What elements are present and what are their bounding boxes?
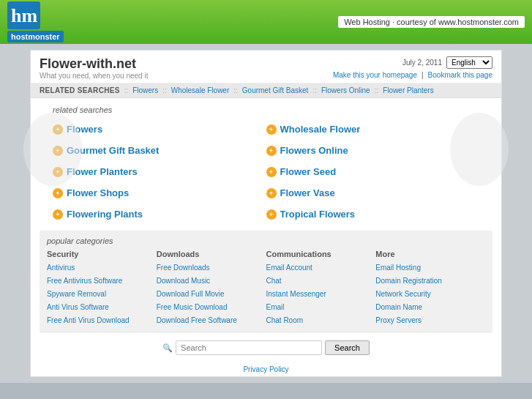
pop-link-chatroom[interactable]: Chat Room [266,314,376,327]
pop-link-free-antivirus-dl[interactable]: Free Anti Virus Download [47,314,157,327]
list-item: + Tropical Flowers [266,205,480,223]
header-tagline: Web Hosting · courtesy of www.hostmonste… [338,16,525,28]
list-item: + Flower Shops [53,184,266,202]
date-display: July 2, 2011 [402,59,442,67]
pop-link-antivirus-sw[interactable]: Anti Virus Software [47,301,157,314]
main-search-input[interactable] [176,340,322,355]
pop-link-email[interactable]: Email [266,301,376,314]
related-link-planters[interactable]: Flower Planters [383,86,433,94]
search-grid-title: related searches [53,105,479,114]
list-item: + Flowers [53,120,266,138]
popular-title: popular categories [47,236,485,245]
search-link-shops[interactable]: Flower Shops [67,187,129,198]
search-col-right: + Wholesale Flower + Flowers Online + Fl… [266,120,480,223]
content-top-bar: Flower-with.net What you need, when you … [31,51,501,83]
top-right-area: July 2, 2011 English Spanish French Make… [333,56,492,79]
pop-link-proxy[interactable]: Proxy Servers [375,314,485,327]
logo-text: hostmonster [7,31,64,42]
pop-col-comms: Communications Email Account Chat Instan… [266,250,376,327]
pop-col-title-more: More [375,250,485,258]
pop-link-email-account[interactable]: Email Account [266,261,376,275]
pop-link-dl-software[interactable]: Download Free Software [157,314,266,327]
pop-link-domain-name[interactable]: Domain Name [375,301,485,314]
search-link-seed[interactable]: Flower Seed [280,166,337,177]
bookmark-link[interactable]: Bookmark this page [428,71,492,79]
search-col-left: + Flowers + Gourmet Gift Basket + Flower… [53,120,266,223]
search-link-flowering[interactable]: Flowering Plants [67,209,143,220]
language-select[interactable]: English Spanish French [446,56,492,69]
related-searches-bar: RELATED SEARCHES :: Flowers :: Wholesale… [31,83,501,98]
pop-col-title-downloads: Downloads [157,250,266,258]
popular-cols: Security Antivirus Free Antivirus Softwa… [47,250,485,327]
search-item-icon: + [266,167,277,177]
pop-link-dl-music[interactable]: Download Music [157,275,266,288]
search-grid-inner: related searches + Flowers + Gourmet Gif… [53,105,479,223]
site-info: Flower-with.net What you need, when you … [40,56,148,80]
search-box-wrapper: 🔍 Search [162,340,370,355]
search-item-icon: + [53,188,63,198]
search-bottom: 🔍 Search [31,333,501,362]
pop-link-im[interactable]: Instant Messenger [266,288,376,301]
search-link-vase[interactable]: Flower Vase [280,187,335,198]
make-homepage-link[interactable]: Make this your homepage [333,71,417,79]
related-link-gourmet[interactable]: Gourmet Gift Basket [242,86,309,94]
site-title: Flower-with.net [40,56,148,72]
footer: Privacy Policy [31,362,501,376]
search-item-icon: + [266,146,277,156]
pop-link-domain-reg[interactable]: Domain Registration [375,275,485,288]
pop-link-chat[interactable]: Chat [266,275,376,288]
search-magnifier-icon: 🔍 [162,343,173,353]
list-item: + Flower Seed [266,163,480,181]
list-item: + Flower Planters [53,163,266,181]
pop-col-title-security: Security [47,250,157,258]
search-grid-area: related searches + Flowers + Gourmet Gif… [31,98,501,231]
popular-categories: popular categories Security Antivirus Fr… [40,231,492,333]
pop-link-dl-movie[interactable]: Download Full Movie [157,288,266,301]
pop-col-more: More Email Hosting Domain Registration N… [375,250,485,327]
main-wrapper: Flower-with.net What you need, when you … [0,44,532,383]
left-sidebar [11,50,24,377]
pop-link-free-dl[interactable]: Free Downloads [157,261,266,275]
pop-link-spyware[interactable]: Spyware Removal [47,288,157,301]
pop-link-free-music[interactable]: Free Music Download [157,301,266,314]
list-item: + Flower Vase [266,184,480,202]
search-item-icon: + [266,124,277,135]
search-link-wholesale[interactable]: Wholesale Flower [280,124,361,135]
right-sidebar [508,50,521,377]
privacy-policy-link[interactable]: Privacy Policy [243,365,288,373]
related-link-flowers[interactable]: Flowers [132,86,158,94]
list-item: + Flowers Online [266,141,480,160]
content-area: Flower-with.net What you need, when you … [30,50,502,377]
list-item: + Flowering Plants [53,205,266,223]
decorative-circle-left [23,113,82,186]
search-item-icon: + [53,209,63,220]
pop-link-antivirus[interactable]: Antivirus [47,261,157,275]
decorative-circle-right [450,113,509,186]
pop-link-email-hosting[interactable]: Email Hosting [375,261,485,275]
site-subtitle: What you need, when you need it [40,72,148,80]
hostmonster-logo-icon: hm [7,1,40,29]
search-item-icon: + [266,188,277,198]
svg-text:hm: hm [11,5,37,26]
pop-link-network-sec[interactable]: Network Security [375,288,485,301]
related-label: RELATED SEARCHES [40,86,120,94]
search-item-icon: + [266,209,277,220]
pop-link-free-antivirus[interactable]: Free Antivirus Software [47,275,157,288]
list-item: + Wholesale Flower [266,120,480,138]
search-link-online[interactable]: Flowers Online [280,145,348,156]
logo-area: hm hostmonster [7,1,64,42]
top-actions: Make this your homepage | Bookmark this … [333,71,492,79]
search-columns: + Flowers + Gourmet Gift Basket + Flower… [53,120,479,223]
list-item: + Gourmet Gift Basket [53,141,266,160]
search-link-tropical[interactable]: Tropical Flowers [280,209,356,220]
pop-col-title-comms: Communications [266,250,376,258]
related-link-online[interactable]: Flowers Online [321,86,370,94]
pop-col-downloads: Downloads Free Downloads Download Music … [157,250,266,327]
search-button[interactable]: Search [325,340,370,355]
related-link-wholesale[interactable]: Wholesale Flower [171,86,229,94]
pop-col-security: Security Antivirus Free Antivirus Softwa… [47,250,157,327]
header: hm hostmonster Web Hosting · courtesy of… [0,0,532,44]
